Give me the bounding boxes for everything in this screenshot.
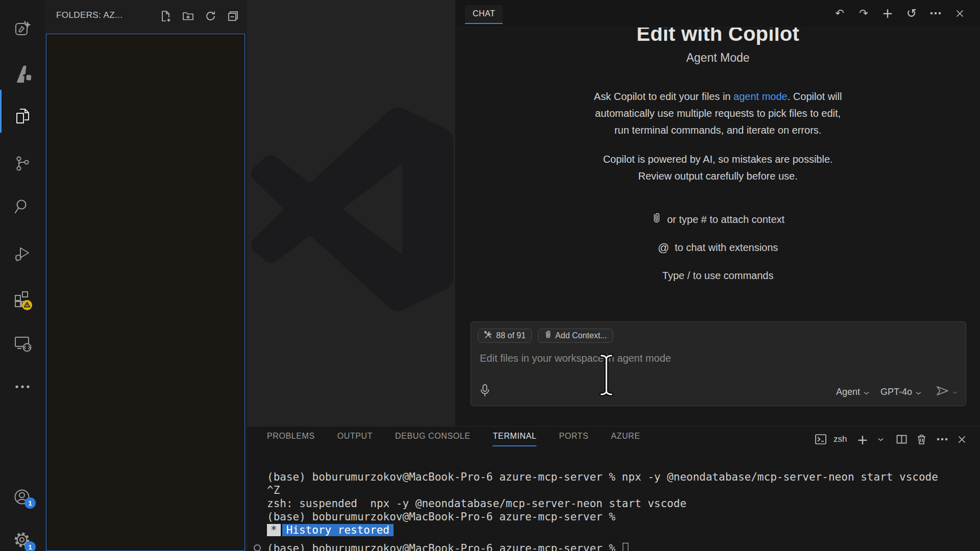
- run-debug-icon: [13, 245, 32, 263]
- terminal-shell-icon: [815, 433, 827, 445]
- tab-debug-console[interactable]: DEBUG CONSOLE: [395, 432, 470, 446]
- chat-panel: CHAT ↶ ↷ + ↺ ··· Edit with Copilot Agent…: [455, 0, 980, 426]
- mic-icon[interactable]: [479, 384, 491, 400]
- more-icon: [14, 384, 31, 390]
- copilot-edits-icon: [13, 20, 32, 38]
- terminal-line: zsh: suspended npx -y @neondatabase/mcp-…: [267, 497, 938, 510]
- shell-label: zsh: [834, 434, 847, 444]
- terminal-line: ^Z: [267, 484, 938, 497]
- copilot-edits-button[interactable]: [0, 14, 45, 44]
- more-actions-button[interactable]: [0, 371, 45, 402]
- remote-explorer-icon: [12, 334, 33, 353]
- tab-output[interactable]: OUTPUT: [337, 432, 373, 446]
- mode-label: Agent: [836, 387, 860, 397]
- tab-azure[interactable]: AZURE: [611, 432, 640, 446]
- paperclip-icon: [544, 330, 552, 341]
- chat-input-box[interactable]: 88 of 91 Add Context... Edit files in yo…: [471, 321, 966, 406]
- undo-icon[interactable]: ↶: [835, 7, 845, 19]
- explorer-icon: [13, 107, 32, 126]
- hint-text: Type / to use commands: [663, 270, 774, 282]
- terminal-output[interactable]: (base) boburumurzokov@MacBook-Pro-6 azur…: [267, 470, 938, 537]
- paperclip-icon: [651, 212, 662, 227]
- intro-text: Ask Copilot to edit your files in: [594, 91, 733, 102]
- command-decoration-circle[interactable]: [254, 544, 261, 551]
- history-icon[interactable]: ↺: [906, 7, 917, 19]
- tab-ports[interactable]: PORTS: [559, 432, 589, 446]
- split-terminal-icon[interactable]: [896, 433, 907, 445]
- intro-text: . Copilot will: [788, 91, 842, 102]
- tab-terminal[interactable]: TERMINAL: [493, 432, 536, 446]
- new-chat-icon[interactable]: +: [883, 7, 893, 19]
- more-icon[interactable]: ···: [936, 433, 948, 445]
- collapse-all-icon[interactable]: [227, 10, 239, 22]
- settings-button[interactable]: 1: [0, 525, 45, 551]
- close-icon[interactable]: [954, 7, 965, 19]
- bottom-panel: PROBLEMS OUTPUT DEBUG CONSOLE TERMINAL P…: [247, 426, 980, 551]
- send-button[interactable]: [936, 385, 958, 399]
- tab-problems[interactable]: PROBLEMS: [267, 432, 315, 446]
- chat-caution-paragraph: Copilot is powered by AI, so mistakes ar…: [456, 151, 980, 185]
- explorer-button[interactable]: [0, 101, 45, 132]
- model-label: GPT-4o: [880, 387, 912, 397]
- terminal-history-restored-line: *History restored: [267, 523, 938, 537]
- chat-tabstrip: CHAT ↶ ↷ + ↺ ···: [456, 0, 980, 28]
- hint-text: to chat with extensions: [675, 242, 778, 254]
- more-icon[interactable]: ···: [930, 7, 941, 19]
- source-control-button[interactable]: [0, 148, 45, 179]
- new-terminal-icon[interactable]: +: [856, 433, 868, 445]
- chat-hints: or type # to attach context @ to chat wi…: [456, 211, 980, 284]
- model-dropdown[interactable]: GPT-4o: [877, 386, 924, 398]
- sidebar-title: FOLDERS: AZ...: [56, 10, 122, 20]
- terminal-prompt-line: (base) boburumurzokov@MacBook-Pro-6 azur…: [267, 542, 628, 551]
- hint-attach-context: or type # to attach context: [456, 211, 980, 228]
- editor-group: [247, 0, 455, 426]
- launch-profile-chevron-icon[interactable]: [878, 433, 884, 445]
- new-file-icon[interactable]: [160, 10, 172, 22]
- chat-subtitle: Agent Mode: [456, 51, 980, 65]
- extensions-icon: [12, 289, 33, 311]
- chat-title: Edit with Copilot: [456, 28, 980, 47]
- mode-dropdown[interactable]: Agent: [833, 386, 872, 398]
- explorer-sidebar: FOLDERS: AZ...: [45, 0, 247, 551]
- azure-extension-icon: [13, 63, 32, 83]
- at-icon: @: [658, 241, 669, 255]
- history-restored-label: History restored: [282, 524, 394, 536]
- activity-bar: 1 1: [0, 0, 45, 551]
- chat-input-placeholder[interactable]: Edit files in your workspace in agent mo…: [480, 353, 671, 364]
- settings-badge: 1: [24, 541, 36, 551]
- hint-extensions: @ to chat with extensions: [456, 239, 980, 256]
- refresh-icon[interactable]: [205, 10, 216, 22]
- tools-chip[interactable]: 88 of 91: [478, 329, 532, 343]
- panel-tabs: PROBLEMS OUTPUT DEBUG CONSOLE TERMINAL P…: [267, 432, 663, 446]
- caution-text: Review output carefully before use.: [638, 170, 797, 182]
- search-button[interactable]: [0, 191, 45, 222]
- settings-gear-icon: 1: [12, 530, 33, 550]
- intro-text: automatically use multiple requests to p…: [595, 108, 841, 119]
- vscode-watermark-logo: [249, 107, 453, 311]
- tab-chat[interactable]: CHAT: [465, 5, 503, 24]
- accounts-badge: 1: [24, 497, 36, 509]
- remote-explorer-button[interactable]: [0, 328, 45, 359]
- terminal-cursor: [623, 543, 628, 551]
- chevron-down-icon: [916, 387, 921, 397]
- chevron-down-icon: [952, 387, 958, 396]
- folders-tree-empty[interactable]: [46, 34, 245, 551]
- intro-text: run terminal commands, and iterate on er…: [615, 124, 822, 136]
- source-control-icon: [13, 154, 32, 172]
- history-star-badge: *: [267, 524, 281, 536]
- close-panel-icon[interactable]: [958, 433, 966, 445]
- extensions-button[interactable]: [0, 285, 45, 315]
- new-folder-icon[interactable]: [182, 10, 194, 22]
- run-debug-button[interactable]: [0, 239, 45, 269]
- tools-icon: [484, 331, 493, 341]
- azure-extension-button[interactable]: [0, 58, 45, 88]
- vscode-window: 1 1 FOLDERS: AZ...: [0, 0, 980, 551]
- agent-mode-link[interactable]: agent mode: [733, 91, 788, 102]
- chat-intro-paragraph: Ask Copilot to edit your files in agent …: [456, 88, 980, 139]
- kill-terminal-trash-icon[interactable]: [917, 433, 926, 445]
- add-context-chip[interactable]: Add Context...: [538, 329, 613, 343]
- add-context-label: Add Context...: [555, 331, 607, 340]
- hint-text: or type # to attach context: [667, 214, 785, 226]
- redo-icon[interactable]: ↷: [859, 7, 869, 19]
- accounts-button[interactable]: 1: [0, 482, 45, 513]
